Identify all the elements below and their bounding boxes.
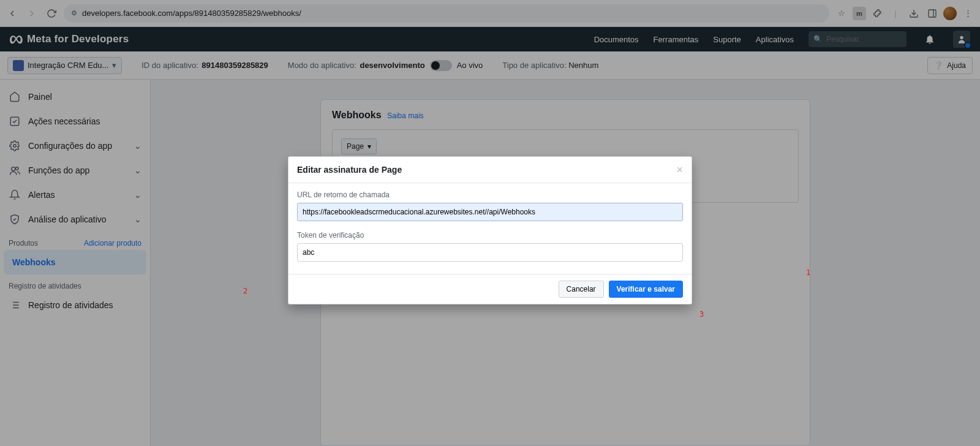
modal-title: Editar assinatura de Page — [297, 165, 402, 175]
cancel-button[interactable]: Cancelar — [559, 281, 604, 298]
verify-save-button[interactable]: Verificar e salvar — [609, 281, 683, 298]
edit-subscription-modal: Editar assinatura de Page × URL de retor… — [288, 156, 692, 304]
verify-token-label: Token de verificação — [297, 231, 683, 240]
callback-url-label: URL de retorno de chamada — [297, 191, 683, 199]
verify-token-input[interactable] — [297, 243, 683, 262]
callback-url-input[interactable] — [297, 203, 683, 221]
close-icon[interactable]: × — [676, 164, 683, 175]
